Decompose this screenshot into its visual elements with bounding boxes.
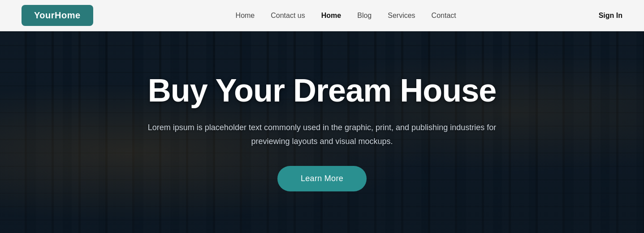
nav-link-contact-us[interactable]: Contact us <box>271 12 305 19</box>
nav-item-contact[interactable]: Contact <box>432 12 456 20</box>
nav-item-services[interactable]: Services <box>388 12 415 20</box>
hero-section: Buy Your Dream House Lorem ipsum is plac… <box>0 31 644 233</box>
nav-item-home-active[interactable]: Home <box>321 12 341 20</box>
nav-item-contact-us[interactable]: Contact us <box>271 12 305 20</box>
navbar: YourHome Home Contact us Home Blog Servi… <box>0 0 644 31</box>
nav-link-services[interactable]: Services <box>388 12 415 19</box>
hero-subtitle: Lorem ipsum is placeholder text commonly… <box>138 121 506 148</box>
nav-link-home-active[interactable]: Home <box>321 12 341 19</box>
nav-link-contact[interactable]: Contact <box>432 12 456 19</box>
hero-content: Buy Your Dream House Lorem ipsum is plac… <box>121 73 524 191</box>
nav-link-home[interactable]: Home <box>236 12 255 19</box>
hero-title: Buy Your Dream House <box>138 73 506 108</box>
logo-button[interactable]: YourHome <box>22 5 93 26</box>
learn-more-button[interactable]: Learn More <box>277 166 367 191</box>
nav-links: Home Contact us Home Blog Services Conta… <box>236 12 456 20</box>
nav-item-home[interactable]: Home <box>236 12 255 20</box>
sign-in-button[interactable]: Sign In <box>599 12 622 20</box>
nav-link-blog[interactable]: Blog <box>357 12 372 19</box>
nav-item-blog[interactable]: Blog <box>357 12 372 20</box>
